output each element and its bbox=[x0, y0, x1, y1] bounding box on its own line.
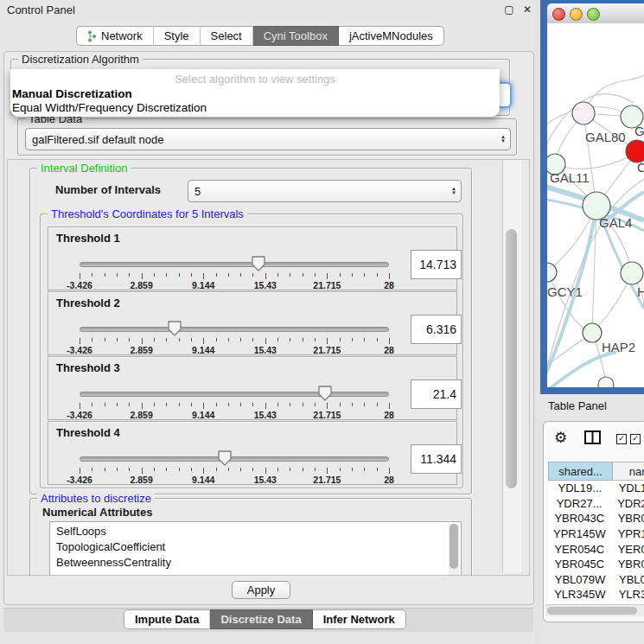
slider-track[interactable] bbox=[80, 392, 389, 397]
table-cell[interactable]: YBR045C bbox=[548, 558, 611, 571]
attribute-item[interactable]: BetweennessCentrality bbox=[50, 555, 461, 571]
node-label-gal80: GAL80 bbox=[585, 130, 626, 144]
threshold-1-slider[interactable]: -3.4262.8599.14415.4321.71528 bbox=[78, 256, 391, 289]
attribute-item[interactable]: SelfLoops bbox=[50, 524, 461, 539]
threshold-3-slider[interactable]: -3.4262.8599.14415.4321.71528 bbox=[78, 386, 391, 418]
table-row[interactable]: YDR27...YDR2 bbox=[548, 496, 644, 512]
number-of-intervals-label: Number of Intervals bbox=[55, 183, 161, 196]
table-cell[interactable]: YBR043C bbox=[548, 512, 611, 525]
table-cell[interactable]: YBR0 bbox=[611, 512, 644, 525]
table-cell[interactable]: YDL19... bbox=[548, 481, 612, 494]
table-cell[interactable]: YLR345W bbox=[548, 588, 612, 601]
tab-impute-data-label: Impute Data bbox=[135, 613, 199, 626]
node-label-partial: GA bbox=[634, 124, 644, 138]
threshold-1-value-field[interactable] bbox=[411, 250, 462, 279]
checkbox-icon[interactable]: ✓ bbox=[616, 434, 627, 444]
discretization-algorithm-title: Discretization Algorithm bbox=[18, 53, 143, 66]
table-row[interactable]: YLR345WYLR3 bbox=[548, 587, 644, 603]
network-canvas[interactable]: GAL80 GA GAL11 C GAL4 GCY1 H HAP2 bbox=[547, 23, 644, 387]
column-header-name[interactable]: name bbox=[613, 462, 644, 481]
split-columns-icon[interactable] bbox=[584, 430, 601, 447]
threshold-2-box: Threshold 2 -3.4262.8599.14415.4321.7152… bbox=[48, 291, 457, 355]
tab-select[interactable]: Select bbox=[201, 26, 253, 46]
table-cell[interactable]: YDR27... bbox=[548, 497, 610, 510]
column-header-shared-name[interactable]: shared... bbox=[548, 462, 613, 481]
table-row[interactable]: YBR045CYBR0 bbox=[548, 557, 644, 572]
close-traffic-light-icon[interactable] bbox=[552, 8, 565, 21]
network-node[interactable] bbox=[621, 262, 643, 284]
checkbox-icon[interactable]: ✓ bbox=[630, 434, 641, 444]
table-data-value: galFiltered.sif default node bbox=[26, 133, 496, 146]
settings-scrollbar-thumb[interactable] bbox=[506, 229, 517, 488]
network-view-window: GAL80 GA GAL11 C GAL4 GCY1 H HAP2 bbox=[540, 0, 644, 394]
threshold-4-slider[interactable]: -3.4262.8599.14415.4321.71528 bbox=[78, 450, 391, 483]
table-cell[interactable]: YPR145W bbox=[548, 527, 611, 540]
network-node-gcy1[interactable] bbox=[547, 263, 557, 282]
attribute-item[interactable]: TopologicalCoefficient bbox=[50, 539, 461, 555]
table-cell[interactable]: YBR0 bbox=[611, 558, 644, 571]
tab-style[interactable]: Style bbox=[154, 26, 201, 46]
tab-select-label: Select bbox=[211, 29, 242, 42]
table-cell[interactable]: YDR2 bbox=[610, 497, 644, 510]
slider-track[interactable] bbox=[80, 456, 389, 462]
tab-discretize-data[interactable]: Discretize Data bbox=[210, 609, 312, 629]
minimize-traffic-light-icon[interactable] bbox=[570, 8, 583, 21]
threshold-2-value-field[interactable] bbox=[411, 315, 462, 344]
float-window-icon[interactable]: ▢ bbox=[502, 3, 516, 16]
attributes-scrollbar-thumb[interactable] bbox=[450, 524, 458, 569]
attributes-list-scrollbar[interactable] bbox=[449, 524, 459, 576]
threshold-coordinates-title: Threshold's Coordinates for 5 Intervals bbox=[48, 207, 247, 220]
node-label-partial: C bbox=[637, 160, 644, 175]
table-cell[interactable]: YDL1 bbox=[612, 481, 644, 494]
table-data-combobox[interactable]: galFiltered.sif default node ▲▼ bbox=[25, 128, 511, 150]
slider-thumb[interactable] bbox=[167, 320, 182, 337]
table-horizontal-scrollbar[interactable] bbox=[545, 604, 644, 616]
threshold-4-value-field[interactable] bbox=[411, 444, 462, 474]
table-cell[interactable]: YER0 bbox=[611, 543, 644, 556]
numerical-attributes-listbox: SelfLoopsTopologicalCoefficientBetweenne… bbox=[49, 521, 462, 576]
tab-infer-network[interactable]: Infer Network bbox=[313, 609, 406, 629]
table-row[interactable]: YER054CYER0 bbox=[548, 541, 644, 557]
tab-impute-data[interactable]: Impute Data bbox=[124, 609, 210, 629]
network-node-gal80[interactable] bbox=[572, 102, 595, 124]
network-window-titlebar[interactable] bbox=[547, 3, 644, 24]
number-of-intervals-combobox[interactable]: 5 ▲▼ bbox=[188, 180, 462, 202]
apply-button[interactable]: Apply bbox=[232, 581, 290, 599]
algorithm-option-manual[interactable]: Manual Discretization bbox=[12, 87, 132, 100]
node-label-partial: H bbox=[637, 284, 644, 299]
network-node[interactable] bbox=[598, 377, 614, 387]
combo-stepper-icon: ▲▼ bbox=[447, 181, 461, 201]
table-cell[interactable]: YER054C bbox=[548, 543, 611, 556]
network-node-hap2[interactable] bbox=[583, 323, 602, 342]
tab-cyni-toolbox[interactable]: Cyni Toolbox bbox=[253, 26, 339, 46]
table-cell[interactable]: YBL0 bbox=[612, 573, 644, 586]
gear-icon[interactable]: ⚙ bbox=[554, 429, 567, 447]
threshold-3-value-field[interactable] bbox=[411, 379, 462, 409]
slider-ticks bbox=[80, 468, 389, 475]
table-cell[interactable]: YLR3 bbox=[612, 588, 644, 601]
table-row[interactable]: YPR145WYPR1 bbox=[548, 526, 644, 542]
table-row[interactable]: YBL079WYBL0 bbox=[548, 572, 644, 588]
slider-track[interactable] bbox=[80, 327, 389, 332]
threshold-3-label: Threshold 3 bbox=[56, 361, 120, 374]
table-panel-title: Table Panel bbox=[548, 399, 607, 412]
threshold-2-slider[interactable]: -3.4262.8599.14415.4321.71528 bbox=[78, 321, 391, 354]
table-row[interactable]: YBR043CYBR0 bbox=[548, 511, 644, 526]
table-cell[interactable]: YBL079W bbox=[548, 573, 612, 586]
tab-discretize-data-label: Discretize Data bbox=[220, 613, 301, 626]
tab-jactivemnodules[interactable]: jActiveMNodules bbox=[339, 26, 444, 46]
close-window-icon[interactable]: ✕ bbox=[520, 3, 534, 16]
table-row[interactable]: YDL19...YDL1 bbox=[548, 481, 644, 496]
zoom-traffic-light-icon[interactable] bbox=[587, 8, 600, 21]
slider-thumb[interactable] bbox=[251, 255, 266, 272]
slider-thumb[interactable] bbox=[217, 450, 233, 467]
table-hscrollbar-thumb[interactable] bbox=[547, 607, 637, 615]
tab-network[interactable]: Network bbox=[76, 26, 154, 46]
settings-vertical-scrollbar[interactable] bbox=[502, 160, 521, 573]
table-cell[interactable]: YPR1 bbox=[611, 527, 644, 540]
threshold-1-box: Threshold 1 -3.4262.8599.14415.4321.7152… bbox=[48, 226, 457, 290]
slider-scale-labels: -3.4262.8599.14415.4321.71528 bbox=[80, 475, 389, 485]
slider-thumb[interactable] bbox=[317, 385, 333, 402]
algorithm-option-equal-width[interactable]: Equal Width/Frequency Discretization bbox=[12, 101, 207, 114]
slider-track[interactable] bbox=[80, 262, 389, 267]
